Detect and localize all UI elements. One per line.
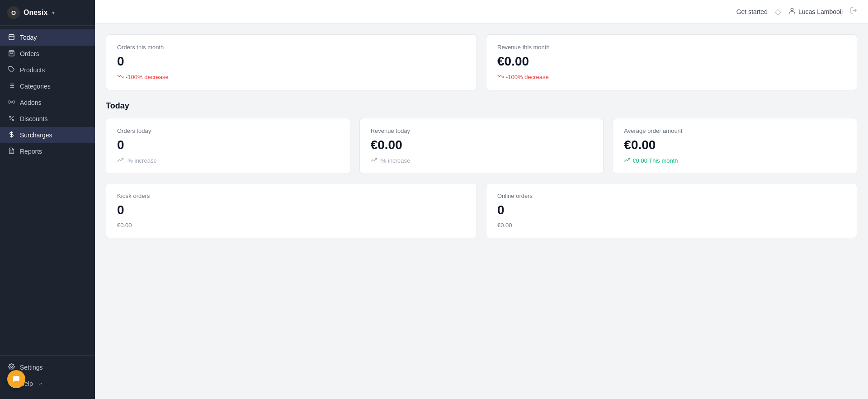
average-order-card: Average order amount €0.00 €0.00 This mo… <box>613 118 857 174</box>
revenue-today-value: €0.00 <box>371 138 593 152</box>
trend-neutral-icon <box>117 157 123 164</box>
kiosk-orders-amount: €0.00 <box>117 222 466 229</box>
main-content: Get started ◇ Lucas Lambooij Orders this… <box>95 0 868 399</box>
revenue-this-month-title: Revenue this month <box>497 44 846 51</box>
sidebar-item-products-label: Products <box>20 66 45 74</box>
revenue-today-card: Revenue today €0.00 -% increase <box>359 118 604 174</box>
sidebar-item-discounts-label: Discounts <box>20 115 47 122</box>
trend-down-icon <box>117 73 123 81</box>
sidebar-item-today[interactable]: Today <box>0 29 95 46</box>
sidebar-item-discounts[interactable]: Discounts <box>0 111 95 127</box>
username-label: Lucas Lambooij <box>798 8 843 15</box>
svg-point-15 <box>12 119 14 120</box>
sidebar-item-products[interactable]: Products <box>0 62 95 78</box>
revenue-today-trend: -% increase <box>371 157 593 164</box>
kiosk-orders-value: 0 <box>117 203 466 217</box>
average-order-trend: €0.00 This month <box>624 157 846 164</box>
logout-icon[interactable] <box>850 7 857 16</box>
trend-neutral-icon-2 <box>371 157 377 164</box>
orders-this-month-card: Orders this month 0 -100% decrease <box>106 34 477 90</box>
brand-avatar-letter: O <box>11 9 16 16</box>
orders-today-value: 0 <box>117 138 339 152</box>
sidebar-item-surcharges-label: Surcharges <box>20 131 52 139</box>
calendar-icon <box>7 33 15 42</box>
discounts-icon <box>7 115 15 123</box>
today-bottom-cards-row: Kiosk orders 0 €0.00 Online orders 0 €0.… <box>106 183 857 238</box>
svg-line-13 <box>9 116 14 120</box>
online-orders-amount: €0.00 <box>497 222 846 229</box>
reports-icon <box>7 147 15 155</box>
brand[interactable]: O Onesix ▾ <box>0 0 95 26</box>
sidebar-item-categories[interactable]: Categories <box>0 78 95 94</box>
topbar: Get started ◇ Lucas Lambooij <box>95 0 868 23</box>
revenue-this-month-card: Revenue this month €0.00 -100% decrease <box>486 34 857 90</box>
revenue-today-title: Revenue today <box>371 127 593 134</box>
brand-name: Onesix <box>24 9 47 17</box>
sidebar-nav: Today Orders Products Categories <box>0 26 95 355</box>
svg-point-12 <box>10 101 12 103</box>
today-top-cards-row: Orders today 0 -% increase Revenue today… <box>106 118 857 174</box>
sidebar: O Onesix ▾ Today Orders Products <box>0 0 95 399</box>
sidebar-item-today-label: Today <box>20 34 37 41</box>
content-area: Orders this month 0 -100% decrease Reven… <box>95 23 868 399</box>
orders-today-trend: -% increase <box>117 157 339 164</box>
sidebar-item-surcharges[interactable]: Surcharges <box>0 127 95 143</box>
get-started-button[interactable]: Get started <box>736 8 768 15</box>
online-orders-title: Online orders <box>497 192 846 199</box>
orders-today-card: Orders today 0 -% increase <box>106 118 350 174</box>
user-icon <box>788 7 796 16</box>
orders-icon <box>7 50 15 58</box>
orders-this-month-title: Orders this month <box>117 44 466 51</box>
sidebar-item-reports[interactable]: Reports <box>0 143 95 160</box>
sidebar-item-addons[interactable]: Addons <box>0 94 95 111</box>
svg-point-14 <box>9 116 10 117</box>
trend-down-icon-2 <box>497 73 504 81</box>
revenue-this-month-trend: -100% decrease <box>497 73 846 81</box>
average-order-value: €0.00 <box>624 138 846 152</box>
revenue-this-month-value: €0.00 <box>497 54 846 69</box>
orders-this-month-trend: -100% decrease <box>117 73 466 81</box>
svg-point-22 <box>791 8 793 10</box>
sidebar-item-settings-label: Settings <box>20 364 43 371</box>
external-link-icon: ↗ <box>38 381 42 386</box>
sidebar-item-orders[interactable]: Orders <box>0 46 95 62</box>
addons-icon <box>7 99 15 107</box>
products-icon <box>7 66 15 74</box>
surcharges-icon <box>7 131 15 139</box>
sidebar-item-orders-label: Orders <box>20 50 39 57</box>
svg-rect-0 <box>9 35 14 40</box>
sidebar-item-addons-label: Addons <box>20 99 41 106</box>
kiosk-orders-card: Kiosk orders 0 €0.00 <box>106 183 477 238</box>
average-order-title: Average order amount <box>624 127 846 134</box>
online-orders-card: Online orders 0 €0.00 <box>486 183 857 238</box>
user-menu[interactable]: Lucas Lambooij <box>788 7 843 16</box>
sidebar-item-categories-label: Categories <box>20 83 51 90</box>
online-orders-value: 0 <box>497 203 846 217</box>
chat-button[interactable] <box>7 370 25 388</box>
trend-up-icon <box>624 157 630 164</box>
today-section-title: Today <box>106 101 857 111</box>
sidebar-item-reports-label: Reports <box>20 148 42 155</box>
categories-icon <box>7 82 15 90</box>
diamond-icon[interactable]: ◇ <box>775 7 781 17</box>
svg-point-19 <box>10 366 12 368</box>
monthly-cards-row: Orders this month 0 -100% decrease Reven… <box>106 34 857 90</box>
brand-avatar: O <box>7 6 20 19</box>
chevron-down-icon: ▾ <box>52 10 55 16</box>
orders-this-month-value: 0 <box>117 54 466 69</box>
orders-today-title: Orders today <box>117 127 339 134</box>
kiosk-orders-title: Kiosk orders <box>117 192 466 199</box>
